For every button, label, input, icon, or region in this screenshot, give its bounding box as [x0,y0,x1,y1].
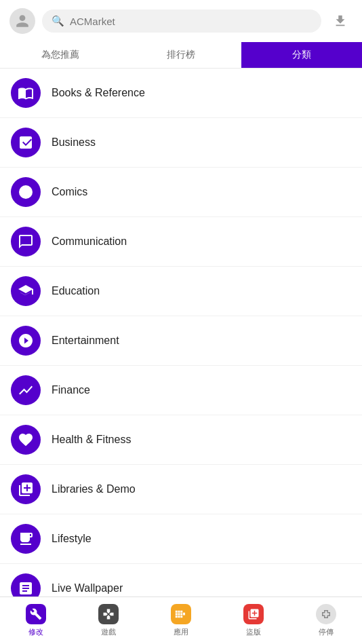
health-icon [11,425,41,455]
list-item[interactable]: Business [0,118,362,168]
comics-label: Comics [52,186,87,198]
avatar[interactable] [9,8,35,34]
lifestyle-label: Lifestyle [52,533,92,545]
header: 🔍 [0,0,362,42]
nav-item-apps[interactable]: 應用 [145,597,218,644]
nav-label-game: 遊戲 [101,627,116,637]
search-input[interactable] [70,16,312,27]
apps-icon [171,604,191,624]
wrench-icon [26,604,46,624]
list-item[interactable]: Libraries & Demo [0,465,362,514]
communication-label: Communication [52,235,127,248]
education-icon [11,276,41,306]
nav-item-game[interactable]: 遊戲 [73,597,145,644]
store-icon [243,604,264,624]
tab-recommended[interactable]: 為您推薦 [0,42,121,68]
list-item[interactable]: Finance [0,366,362,415]
game-icon [98,604,119,624]
books-icon [11,78,41,108]
list-item[interactable]: Communication [0,217,362,267]
list-item[interactable]: Entertainment [0,316,362,366]
list-item[interactable]: Books & Reference [0,69,362,118]
nav-label-more: 停傳 [319,627,334,637]
tabs: 為您推薦 排行榜 分類 [0,42,362,69]
nav-label-store: 盜版 [246,627,261,637]
list-item[interactable]: Lifestyle [0,514,362,564]
livewallpaper-label: Live Wallpaper [52,582,123,594]
nav-label-apps: 應用 [174,627,188,637]
category-list: Books & Reference Business Comics Commun… [0,69,362,644]
nav-label-tweak: 修改 [28,627,43,637]
education-label: Education [52,285,100,297]
comics-icon [11,177,41,207]
list-item[interactable]: Health & Fitness [0,415,362,465]
list-item[interactable]: Education [0,267,362,316]
search-icon: 🔍 [52,15,64,27]
business-label: Business [52,136,96,149]
bottom-nav: 修改 遊戲 應用 盜版 停傳 [0,596,362,644]
plus-icon [316,604,336,624]
search-bar[interactable]: 🔍 [42,10,321,33]
svg-point-0 [19,185,33,199]
list-item[interactable]: Comics [0,168,362,217]
nav-item-tweak[interactable]: 修改 [0,597,73,644]
tab-categories[interactable]: 分類 [241,42,362,68]
communication-icon [11,227,41,257]
lifestyle-icon [11,524,41,554]
nav-item-store[interactable]: 盜版 [217,597,289,644]
business-icon [11,128,41,157]
tab-ranking[interactable]: 排行榜 [121,42,241,68]
nav-item-more[interactable]: 停傳 [289,597,362,644]
health-label: Health & Fitness [52,434,131,446]
libraries-icon [11,474,41,504]
download-button[interactable] [328,9,353,33]
finance-label: Finance [52,384,90,396]
entertainment-label: Entertainment [52,335,119,347]
libraries-label: Libraries & Demo [52,483,136,495]
finance-icon [11,375,41,405]
entertainment-icon [11,326,41,356]
books-label: Books & Reference [52,87,145,99]
